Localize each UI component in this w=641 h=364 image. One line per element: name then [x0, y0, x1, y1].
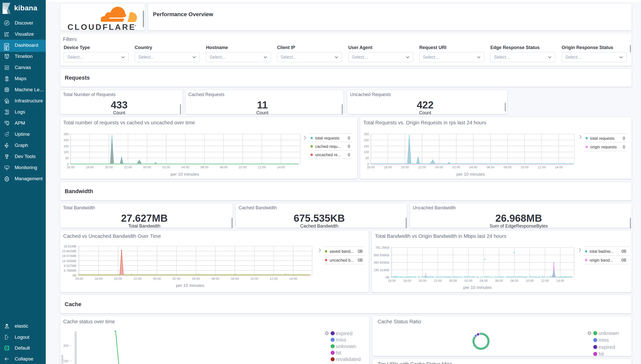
svg-text:200: 200	[63, 344, 68, 348]
svg-text:10:00: 10:00	[521, 166, 529, 169]
svg-text:195.313KB: 195.313KB	[374, 268, 389, 272]
svg-text:Cache Status Ratio: Cache Status Ratio	[378, 319, 421, 324]
svg-text:00:00: 00:00	[435, 166, 443, 169]
svg-text:100: 100	[364, 150, 369, 154]
svg-text:14:00: 14:00	[556, 279, 564, 283]
svg-text:04:00: 04:00	[480, 279, 488, 283]
svg-text:expired: expired	[336, 331, 353, 336]
svg-text:10:00: 10:00	[239, 166, 247, 169]
svg-text:0: 0	[348, 153, 350, 157]
svg-text:08:00: 08:00	[503, 166, 511, 169]
svg-text:250: 250	[364, 132, 369, 136]
svg-text:D: D	[5, 346, 8, 350]
svg-text:14:00: 14:00	[555, 166, 563, 169]
svg-text:origin band...: origin band...	[590, 258, 613, 262]
svg-text:total requests: total requests	[315, 136, 339, 140]
svg-text:revalidated: revalidated	[336, 356, 361, 362]
svg-text:Total number of requests vs ca: Total number of requests vs cached vs un…	[63, 120, 195, 125]
svg-text:781.25KB: 781.25KB	[375, 246, 389, 249]
svg-text:16:00: 16:00	[388, 279, 396, 283]
svg-text:®: ®	[134, 25, 136, 27]
svg-text:22:00: 22:00	[418, 166, 426, 169]
svg-text:total badnw...: total badnw...	[590, 249, 613, 254]
svg-text:uncached re...: uncached re...	[315, 153, 341, 157]
svg-text:0: 0	[348, 144, 350, 149]
svg-text:total requests: total requests	[590, 136, 614, 141]
svg-text:Total Requests vs. Origin Requ: Total Requests vs. Origin Requests in rp…	[363, 120, 486, 125]
svg-text:Cache status over time: Cache status over time	[63, 319, 115, 324]
svg-text:150: 150	[63, 359, 68, 363]
svg-text:hit: hit	[599, 351, 604, 356]
svg-text:20:00: 20:00	[401, 166, 409, 169]
svg-text:06:00: 06:00	[495, 279, 503, 283]
svg-text:50: 50	[65, 156, 69, 160]
svg-text:22:00: 22:00	[124, 166, 132, 169]
svg-text:150: 150	[364, 145, 369, 148]
svg-text:0B: 0B	[621, 258, 626, 262]
svg-text:0: 0	[623, 136, 625, 141]
svg-text:200: 200	[364, 139, 369, 142]
svg-text:18:00: 18:00	[86, 166, 94, 169]
svg-text:Total Bandwidth vs Origin Band: Total Bandwidth vs Origin Bandwidth in M…	[375, 233, 506, 239]
svg-text:18:00: 18:00	[403, 279, 411, 283]
svg-text:miss: miss	[336, 337, 346, 343]
svg-text:expired: expired	[599, 344, 615, 350]
svg-text:06:00: 06:00	[487, 166, 494, 169]
svg-text:12:00: 12:00	[538, 166, 546, 169]
svg-text:04:00: 04:00	[181, 166, 189, 169]
svg-text:20:00: 20:00	[419, 279, 426, 283]
svg-text:150: 150	[63, 145, 69, 148]
svg-text:per 10 minutes: per 10 minutes	[463, 285, 492, 290]
svg-text:origin requests: origin requests	[590, 145, 617, 149]
svg-text:20:00: 20:00	[105, 166, 113, 169]
svg-text:585.938KB: 585.938KB	[374, 254, 389, 257]
svg-text:390.625KB: 390.625KB	[374, 261, 389, 264]
svg-text:10:00: 10:00	[526, 279, 534, 283]
svg-text:02:00: 02:00	[465, 279, 472, 283]
svg-text:12:00: 12:00	[258, 166, 266, 169]
svg-text:02:00: 02:00	[452, 166, 460, 169]
svg-text:22:00: 22:00	[434, 279, 442, 283]
svg-text:100: 100	[63, 150, 69, 154]
svg-text:per 10 minutes: per 10 minutes	[171, 172, 199, 177]
svg-text:18:00: 18:00	[384, 166, 392, 169]
svg-text:unknown: unknown	[599, 330, 619, 336]
svg-text:02:00: 02:00	[162, 166, 170, 169]
svg-text:12:00: 12:00	[541, 279, 549, 283]
svg-text:hit: hit	[336, 350, 341, 356]
svg-text:0: 0	[623, 145, 625, 149]
svg-text:0B: 0B	[621, 249, 626, 254]
svg-text:08:00: 08:00	[510, 279, 518, 283]
svg-text:00:00: 00:00	[449, 279, 457, 283]
svg-text:50: 50	[365, 156, 369, 160]
svg-text:0: 0	[348, 136, 350, 140]
svg-text:miss: miss	[599, 337, 609, 343]
svg-text:cached requ...: cached requ...	[315, 144, 341, 149]
svg-text:250: 250	[63, 132, 69, 136]
svg-text:unknown: unknown	[336, 344, 356, 349]
svg-text:00:00: 00:00	[143, 166, 151, 169]
svg-text:04:00: 04:00	[469, 166, 477, 169]
svg-text:06:00: 06:00	[200, 166, 208, 169]
svg-text:200: 200	[63, 139, 69, 142]
svg-text:16:00: 16:00	[67, 166, 75, 169]
svg-text:08:00: 08:00	[220, 166, 227, 169]
svg-text:16:00: 16:00	[367, 166, 375, 169]
svg-text:per 10 minutes: per 10 minutes	[456, 172, 485, 177]
svg-text:CLOUDFLARE: CLOUDFLARE	[67, 22, 136, 31]
svg-text:14:00: 14:00	[277, 166, 285, 169]
